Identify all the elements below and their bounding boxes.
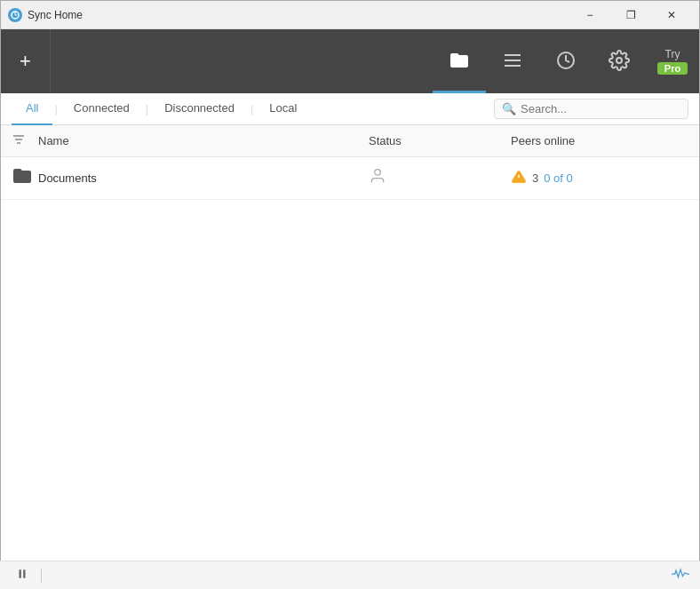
- peers-online-count: 0 of 0: [544, 171, 573, 185]
- title-bar: Sync Home − ❐ ✕: [1, 1, 699, 29]
- app-icon: [8, 8, 22, 22]
- folder-status: [369, 167, 511, 189]
- folder-peers: 3 0 of 0: [511, 169, 688, 188]
- user-status-icon: [369, 167, 386, 189]
- list-nav-icon: [502, 50, 523, 74]
- folder-name: Documents: [38, 171, 369, 185]
- column-status: Status: [369, 134, 511, 147]
- svg-point-9: [375, 170, 381, 176]
- search-box[interactable]: 🔍: [494, 99, 688, 119]
- svg-point-5: [616, 58, 622, 63]
- toolbar: +: [1, 29, 699, 93]
- maximize-button[interactable]: ❐: [610, 1, 651, 29]
- tab-divider-2: |: [146, 102, 148, 115]
- row-folder-icon-area: [12, 165, 38, 191]
- toolbar-spacer: [51, 29, 433, 93]
- tab-divider-1: |: [54, 102, 57, 115]
- app-title: Sync Home: [28, 9, 83, 21]
- add-folder-button[interactable]: +: [1, 29, 51, 93]
- svg-rect-13: [23, 569, 25, 577]
- tab-divider-3: |: [251, 102, 253, 115]
- history-tab-button[interactable]: [539, 29, 593, 93]
- folder-icon: [12, 165, 33, 191]
- warning-icon: [511, 169, 527, 188]
- tab-connected[interactable]: Connected: [60, 93, 144, 125]
- close-button[interactable]: ✕: [651, 1, 692, 29]
- status-divider: [41, 569, 42, 583]
- toolbar-actions: Try Pro: [433, 29, 699, 93]
- folders-tab-button[interactable]: [433, 29, 486, 93]
- svg-rect-12: [20, 569, 21, 577]
- sort-icon[interactable]: [12, 132, 38, 149]
- tab-local[interactable]: Local: [255, 93, 311, 125]
- tab-bar: All | Connected | Disconnected | Local 🔍: [1, 93, 699, 125]
- folder-nav-icon: [449, 50, 470, 74]
- main-content: Documents 3 0 of 0: [1, 157, 699, 589]
- column-peers: Peers online: [511, 134, 688, 147]
- warning-count: 3: [532, 171, 538, 185]
- pro-badge: Pro: [657, 62, 688, 75]
- status-bar: [0, 561, 700, 589]
- settings-nav-icon: [609, 50, 630, 74]
- tab-disconnected[interactable]: Disconnected: [150, 93, 249, 125]
- table-row[interactable]: Documents 3 0 of 0: [1, 157, 699, 200]
- history-nav-icon: [555, 50, 577, 74]
- minimize-button[interactable]: −: [569, 1, 610, 29]
- settings-tab-button[interactable]: [593, 29, 646, 93]
- search-icon: 🔍: [502, 102, 516, 115]
- activity-icon: [672, 568, 689, 583]
- transfers-tab-button[interactable]: [486, 29, 539, 93]
- try-label: Try: [665, 48, 680, 60]
- table-header: Name Status Peers online: [1, 125, 699, 157]
- try-pro-button[interactable]: Try Pro: [646, 29, 699, 93]
- title-bar-left: Sync Home: [8, 8, 83, 22]
- column-name: Name: [38, 134, 369, 147]
- pause-button[interactable]: [11, 564, 34, 586]
- title-controls: − ❐ ✕: [569, 1, 692, 29]
- search-input[interactable]: [521, 102, 680, 115]
- tab-all[interactable]: All: [12, 93, 52, 125]
